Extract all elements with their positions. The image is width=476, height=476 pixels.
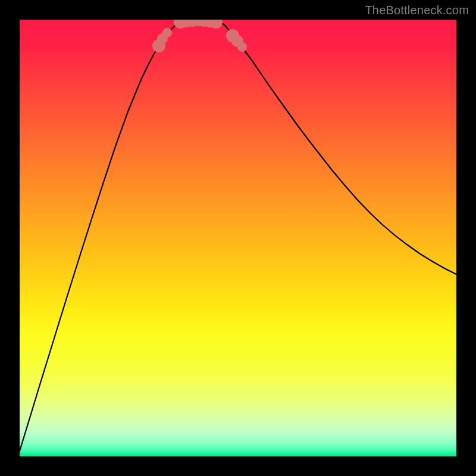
watermark-text: TheBottleneck.com [365,4,469,17]
outer-frame: TheBottleneck.com [0,0,476,476]
marker-point [162,28,172,37]
plot-area [20,20,456,456]
chart-svg [20,20,456,456]
marker-point [237,42,247,52]
